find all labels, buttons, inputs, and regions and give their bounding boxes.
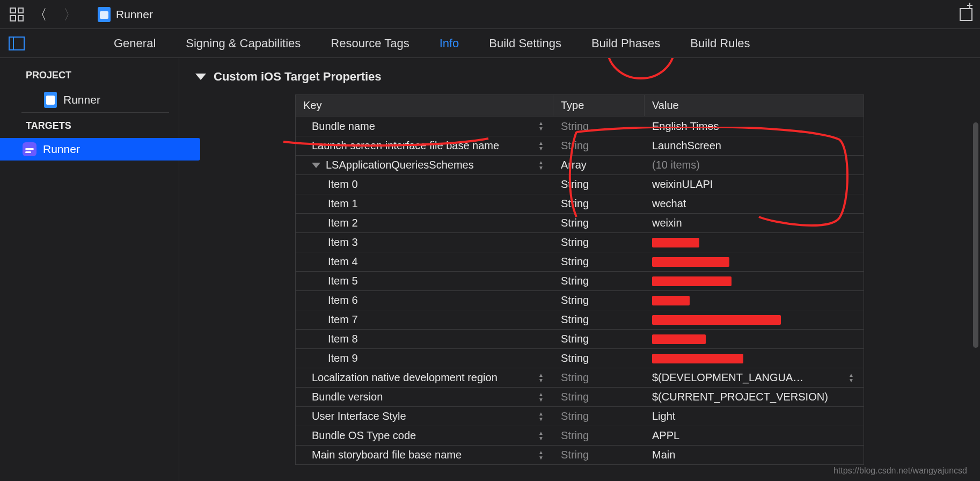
plist-type-cell[interactable]: String	[553, 272, 645, 290]
plist-type-cell[interactable]: String	[553, 369, 645, 387]
vertical-scrollbar[interactable]	[973, 122, 978, 348]
plist-row[interactable]: Item 7String	[296, 310, 864, 329]
plist-row[interactable]: Item 8String	[296, 329, 864, 348]
plist-row[interactable]: Item 6String	[296, 290, 864, 310]
plist-value-cell[interactable]	[645, 312, 864, 327]
plist-row[interactable]: Bundle OS Type code▲▼StringAPPL	[296, 426, 864, 445]
plist-type-cell[interactable]: String	[553, 118, 645, 135]
plist-row[interactable]: Item 3String	[296, 232, 864, 252]
plist-key-cell[interactable]: Item 8	[296, 330, 553, 348]
plist-value-cell[interactable]: wechat	[645, 195, 864, 213]
window-grid-icon[interactable]	[8, 5, 26, 24]
plist-type-cell[interactable]: String	[553, 427, 645, 444]
key-stepper-icon[interactable]: ▲▼	[538, 121, 546, 131]
plist-type-cell[interactable]: Array	[553, 156, 645, 174]
plist-value-cell[interactable]: (10 items)	[645, 156, 864, 174]
plist-row[interactable]: Launch screen interface file base name▲▼…	[296, 136, 864, 155]
plist-key-cell[interactable]: Item 6	[296, 291, 553, 309]
plist-type-cell[interactable]: String	[553, 349, 645, 367]
nav-back-icon[interactable]: 〈	[33, 8, 47, 21]
key-stepper-icon[interactable]: ▲▼	[538, 412, 546, 421]
plist-value-cell[interactable]: weixin	[645, 214, 864, 232]
key-stepper-icon[interactable]: ▲▼	[538, 373, 546, 383]
key-stepper-icon[interactable]: ▲▼	[538, 141, 546, 151]
plist-key-cell[interactable]: Localization native development region▲▼	[296, 369, 553, 387]
nav-forward-icon[interactable]: 〉	[63, 8, 77, 21]
plist-value-cell[interactable]: weixinULAPI	[645, 176, 864, 193]
plist-row[interactable]: Item 4String	[296, 252, 864, 271]
plist-key-cell[interactable]: Item 2	[296, 214, 553, 232]
plist-type-cell[interactable]: String	[553, 176, 645, 193]
plist-value-cell[interactable]: English Times	[645, 118, 864, 135]
plist-key-cell[interactable]: Main storyboard file base name▲▼	[296, 446, 553, 464]
key-stepper-icon[interactable]: ▲▼	[538, 392, 546, 402]
tab-signing-capabilities[interactable]: Signing & Capabilities	[186, 37, 301, 50]
plist-value-cell[interactable]	[645, 254, 864, 269]
plist-type-cell[interactable]: String	[553, 388, 645, 406]
section-custom-properties[interactable]: Custom iOS Target Properties	[195, 70, 969, 84]
plist-value-cell[interactable]	[645, 235, 864, 250]
plist-key-cell[interactable]: Item 3	[296, 234, 553, 251]
plist-row[interactable]: Localization native development region▲▼…	[296, 368, 864, 387]
key-stepper-icon[interactable]: ▲▼	[538, 450, 546, 460]
plist-key-cell[interactable]: Item 9	[296, 349, 553, 367]
plist-row[interactable]: Item 2Stringweixin	[296, 213, 864, 232]
plist-value-cell[interactable]: $(DEVELOPMENT_LANGUA…▲▼	[645, 369, 864, 387]
sidebar-target-item[interactable]: Runner	[0, 138, 200, 161]
plist-value-cell[interactable]: LaunchScreen	[645, 137, 864, 155]
tab-build-phases[interactable]: Build Phases	[591, 37, 660, 50]
plist-key-cell[interactable]: Item 5	[296, 272, 553, 290]
plist-type-cell[interactable]: String	[553, 407, 645, 425]
tab-info[interactable]: Info	[440, 37, 459, 50]
plist-value-cell[interactable]: APPL	[645, 427, 864, 444]
plist-row[interactable]: LSApplicationQueriesSchemes▲▼Array(10 it…	[296, 155, 864, 174]
tab-build-rules[interactable]: Build Rules	[690, 37, 750, 50]
disclosure-down-icon[interactable]	[312, 163, 320, 168]
plist-type-cell[interactable]: String	[553, 311, 645, 329]
key-stepper-icon[interactable]: ▲▼	[538, 161, 546, 170]
plist-key-cell[interactable]: Bundle OS Type code▲▼	[296, 427, 553, 444]
plist-type-cell[interactable]: String	[553, 195, 645, 213]
plist-key-cell[interactable]: Item 4	[296, 253, 553, 271]
plist-value-cell[interactable]: $(CURRENT_PROJECT_VERSION)	[645, 388, 864, 406]
plist-value-cell[interactable]: Main	[645, 446, 864, 464]
plist-row[interactable]: Item 9String	[296, 348, 864, 368]
plist-key-cell[interactable]: LSApplicationQueriesSchemes▲▼	[296, 156, 553, 174]
plist-value-cell[interactable]	[645, 332, 864, 347]
breadcrumb[interactable]: Runner	[98, 7, 153, 22]
value-stepper-icon[interactable]: ▲▼	[849, 373, 856, 383]
plist-key-cell[interactable]: Launch screen interface file base name▲▼	[296, 137, 553, 155]
plist-row[interactable]: Item 0StringweixinULAPI	[296, 174, 864, 194]
plist-key-cell[interactable]: User Interface Style▲▼	[296, 407, 553, 425]
plist-type-cell[interactable]: String	[553, 214, 645, 232]
tab-build-settings[interactable]: Build Settings	[489, 37, 561, 50]
key-stepper-icon[interactable]: ▲▼	[538, 431, 546, 441]
plist-type-cell[interactable]: String	[553, 253, 645, 271]
plist-key-cell[interactable]: Item 0	[296, 176, 553, 193]
plist-row[interactable]: Item 5String	[296, 271, 864, 290]
plist-key-cell[interactable]: Item 1	[296, 195, 553, 213]
plist-row[interactable]: User Interface Style▲▼StringLight	[296, 406, 864, 426]
plist-key-label: LSApplicationQueriesSchemes	[326, 159, 474, 171]
plist-key-cell[interactable]: Bundle name▲▼	[296, 118, 553, 135]
plist-type-cell[interactable]: String	[553, 330, 645, 348]
plist-value-cell[interactable]	[645, 293, 864, 308]
plist-value-cell[interactable]	[645, 274, 864, 289]
plist-key-cell[interactable]: Item 7	[296, 311, 553, 329]
plist-type-cell[interactable]: String	[553, 291, 645, 309]
plist-type-cell[interactable]: String	[553, 446, 645, 464]
tab-resource-tags[interactable]: Resource Tags	[331, 37, 409, 50]
sidebar-project-item[interactable]: Runner	[21, 88, 169, 112]
plist-row[interactable]: Bundle name▲▼StringEnglish Times	[296, 116, 864, 136]
plist-key-cell[interactable]: Bundle version▲▼	[296, 388, 553, 406]
plist-row[interactable]: Bundle version▲▼String$(CURRENT_PROJECT_…	[296, 387, 864, 406]
plist-type-cell[interactable]: String	[553, 234, 645, 251]
tab-general[interactable]: General	[114, 37, 156, 50]
add-editor-pane-icon[interactable]	[960, 8, 972, 21]
plist-value-cell[interactable]: Light	[645, 407, 864, 425]
plist-row[interactable]: Item 1Stringwechat	[296, 194, 864, 213]
plist-value-cell[interactable]	[645, 351, 864, 366]
toggle-navigator-icon[interactable]	[9, 37, 25, 50]
plist-type-cell[interactable]: String	[553, 137, 645, 155]
plist-row[interactable]: Main storyboard file base name▲▼StringMa…	[296, 445, 864, 464]
